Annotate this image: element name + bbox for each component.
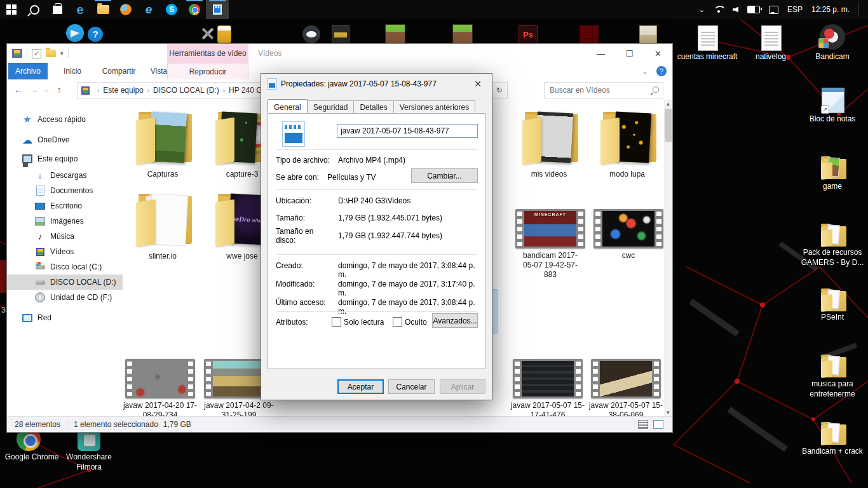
title-bar[interactable]: ✓ ▾ Herramientas de vídeo Vídeos — ☐ ✕	[7, 44, 672, 63]
tab-detalles[interactable]: Detalles	[353, 100, 393, 114]
file-label: modo lupa	[588, 170, 664, 179]
breadcrumb-item[interactable]: DISCO LOCAL (D:)	[153, 86, 219, 95]
tab-compartir[interactable]: Compartir	[96, 63, 142, 79]
ok-button[interactable]: Aceptar	[337, 379, 384, 394]
redstone-icon[interactable]	[580, 25, 599, 44]
sidebar-item-escritorio[interactable]: Escritorio	[7, 198, 123, 214]
refresh-button[interactable]: ↻	[491, 83, 507, 98]
new-folder-icon[interactable]	[46, 50, 56, 57]
filename-input[interactable]	[337, 124, 478, 138]
tab-versiones-anteriores[interactable]: Versiones anteriores	[393, 100, 475, 114]
search-input[interactable]	[545, 83, 663, 98]
dialog-close-button[interactable]: ✕	[464, 74, 492, 93]
clock[interactable]: 12:25 p. m.	[811, 5, 850, 14]
advanced-button[interactable]: Avanzados...	[432, 313, 478, 328]
show-desktop-divider[interactable]	[858, 3, 859, 17]
edge-button[interactable]: e	[69, 0, 92, 19]
minimize-button[interactable]: —	[587, 44, 615, 63]
language-indicator[interactable]: ESP	[787, 5, 803, 14]
chest-icon[interactable]	[639, 25, 658, 44]
back-button[interactable]: ←	[11, 82, 26, 97]
ribbon-expand-chevron-icon[interactable]: ⌄	[638, 63, 652, 79]
battery-icon[interactable]	[747, 6, 760, 13]
forward-button[interactable]: →	[26, 82, 41, 97]
sidebar-item-acceso-rapido[interactable]: ★Acceso rápido	[7, 112, 123, 127]
maximize-button[interactable]: ☐	[615, 44, 644, 63]
videos-icon	[35, 247, 45, 257]
file-item-mis-videos[interactable]: mis videos	[510, 111, 588, 179]
sidebar-item-musica[interactable]: ♪Música	[7, 229, 123, 244]
dialog-title-bar[interactable]: Propiedades: javaw 2017-05-07 15-08-43-9…	[261, 74, 492, 93]
field-label: Tamaño:	[276, 214, 305, 222]
chrome-button[interactable]	[183, 0, 206, 19]
hidden-checkbox[interactable]	[393, 317, 402, 327]
sidebar-item-este-equipo[interactable]: Este equipo	[7, 151, 123, 166]
dialog-tabs: General Seguridad Detalles Versiones ant…	[268, 100, 475, 114]
sidebar-item-disco-c[interactable]: Disco local (C:)	[7, 259, 123, 274]
cd-drive-icon	[35, 292, 45, 302]
customize-toolbar-chevron-icon[interactable]: ▾	[60, 50, 64, 57]
sidebar-item-disco-d[interactable]: DISCO LOCAL (D:)	[7, 274, 123, 290]
breadcrumb-item[interactable]: Este equipo	[103, 86, 143, 95]
scroll-up-arrow[interactable]: ▲	[664, 100, 672, 108]
cancel-button[interactable]: Cancelar	[388, 379, 435, 394]
file-item-javaw-15-17[interactable]: javaw 2017-05-07 15-17-41-476	[509, 359, 587, 417]
scrollbar-thumb[interactable]	[665, 109, 672, 142]
sidebar-item-onedrive[interactable]: ☁OneDrive	[7, 132, 123, 147]
folder-icon	[821, 226, 846, 247]
close-button[interactable]: ✕	[644, 44, 672, 63]
sidebar-item-descargas[interactable]: ↓Descargas	[7, 168, 123, 183]
internet-explorer-button[interactable]: e	[137, 0, 160, 19]
start-button[interactable]	[0, 0, 23, 19]
help-button[interactable]: ?	[654, 63, 668, 79]
sidebar-item-unidad-cd[interactable]: Unidad de CD (F:)	[7, 290, 123, 305]
tab-archivo[interactable]: Archivo	[8, 63, 48, 79]
telegram-icon[interactable]	[66, 24, 85, 43]
readonly-checkbox[interactable]	[332, 317, 341, 327]
field-value: Películas y TV	[327, 173, 376, 182]
minecraft-icon[interactable]	[385, 24, 404, 43]
sidebar-item-imagenes[interactable]: Imágenes	[7, 214, 123, 229]
file-item-javaw-15-38[interactable]: javaw 2017-05-07 15-38-06-069	[587, 359, 664, 417]
tab-inicio[interactable]: Inicio	[55, 63, 90, 79]
file-item-cwc[interactable]: cwc	[590, 209, 664, 261]
action-center-icon[interactable]	[769, 6, 778, 14]
tray-chevron-icon[interactable]: ⌄	[699, 6, 705, 14]
store-button[interactable]	[46, 0, 69, 19]
movies-tv-button[interactable]	[206, 0, 229, 19]
folder-icon	[517, 111, 581, 167]
file-item-slinter-io[interactable]: slinter.io	[124, 193, 201, 261]
pictures-icon	[35, 216, 45, 226]
tab-reproducir[interactable]: Reproducir	[167, 63, 248, 79]
properties-check-icon[interactable]: ✓	[32, 49, 41, 58]
wifi-icon[interactable]	[714, 6, 724, 13]
file-item-capturas[interactable]: Capturas	[124, 111, 201, 179]
volume-icon[interactable]	[733, 7, 738, 13]
search-button[interactable]	[23, 0, 46, 19]
large-icons-view-button[interactable]	[653, 420, 663, 429]
history-chevron-icon[interactable]: ⌄	[41, 82, 51, 97]
desktop-icon-label: musica para entretenerme	[794, 379, 868, 399]
minecraft-icon[interactable]	[452, 24, 471, 43]
file-explorer-button[interactable]	[92, 0, 114, 19]
sidebar-item-red[interactable]: Red	[7, 310, 123, 325]
details-view-button[interactable]	[638, 420, 648, 429]
photoshop-icon[interactable]: Ps	[519, 25, 538, 44]
firefox-button[interactable]	[114, 0, 137, 19]
up-button[interactable]: ↑	[51, 82, 67, 97]
vertical-scrollbar[interactable]: ▲ ▼	[664, 100, 672, 417]
sidebar-item-videos[interactable]: Vídeos	[7, 244, 123, 259]
beer-icon[interactable]	[217, 25, 236, 44]
discord-icon[interactable]	[302, 25, 322, 44]
skype-button[interactable]: S	[160, 0, 183, 19]
file-item-modo-lupa[interactable]: modo lupa	[588, 111, 664, 179]
pseint-icon[interactable]	[332, 25, 351, 44]
file-item-javaw-04-20[interactable]: javaw 2017-04-20 17-08-29-734	[123, 359, 199, 417]
sidebar-item-documentos[interactable]: Documentos	[7, 183, 123, 198]
tab-general[interactable]: General	[268, 99, 308, 112]
folder-icon	[131, 111, 194, 167]
file-item-bandicam[interactable]: MINECRAFT bandicam 2017-05-07 19-42-57-8…	[512, 209, 589, 280]
breadcrumb-chevron-icon: ›	[144, 87, 153, 94]
change-button[interactable]: Cambiar...	[411, 168, 478, 183]
tab-seguridad[interactable]: Seguridad	[307, 100, 355, 114]
